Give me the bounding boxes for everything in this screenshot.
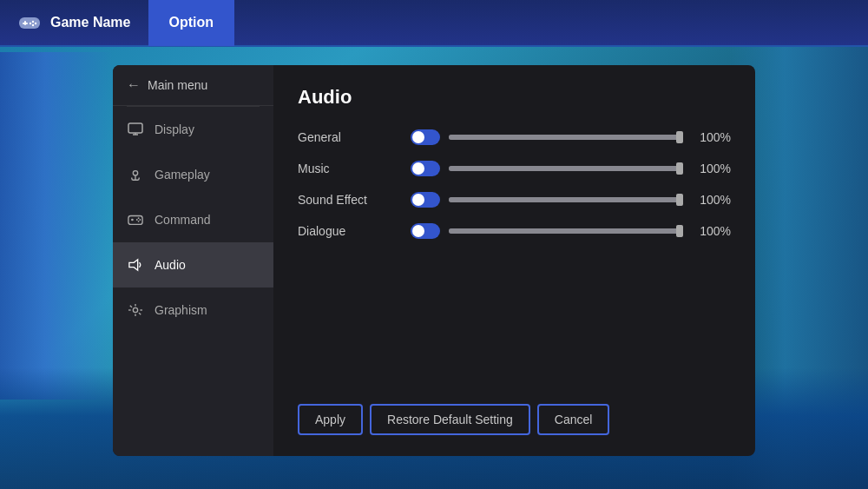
cancel-button[interactable]: Cancel	[537, 404, 610, 435]
sidebar: ← Main menu Display	[113, 65, 273, 456]
toggle-dialogue[interactable]	[411, 223, 440, 239]
audio-label: Audio	[155, 258, 186, 272]
svg-point-4	[35, 23, 36, 24]
svg-line-29	[139, 313, 141, 314]
bg-left-decoration	[0, 52, 113, 400]
slider-container-dialogue: 100%	[411, 223, 731, 239]
svg-rect-2	[23, 23, 28, 24]
slider-track-dialogue[interactable]	[449, 228, 683, 234]
slider-container-general: 100%	[411, 129, 731, 145]
slider-thumb-sound-effect	[676, 194, 683, 206]
slider-container-music: 100%	[411, 161, 731, 176]
sidebar-item-command[interactable]: Command	[113, 197, 273, 242]
toggle-knob-general	[412, 131, 424, 143]
game-name-section: Game Name	[0, 14, 148, 31]
back-button[interactable]: ← Main menu	[113, 65, 273, 106]
sidebar-item-display[interactable]: Display	[113, 107, 273, 152]
svg-point-19	[138, 221, 140, 222]
main-content: Audio General 100% Music	[273, 65, 755, 456]
graphism-icon	[127, 301, 144, 319]
svg-point-5	[32, 24, 34, 26]
button-row: Apply Restore Default Setting Cancel	[298, 393, 731, 435]
slider-thumb-dialogue	[676, 225, 683, 237]
audio-label-dialogue: Dialogue	[298, 224, 411, 238]
slider-fill-general	[449, 135, 683, 140]
slider-value-music: 100%	[692, 162, 731, 175]
slider-container-sound-effect: 100%	[411, 192, 731, 208]
audio-icon	[127, 256, 144, 274]
apply-button[interactable]: Apply	[298, 404, 363, 435]
toggle-knob-sound-effect	[412, 194, 424, 206]
settings-modal: ← Main menu Display	[113, 65, 755, 456]
audio-row-dialogue: Dialogue 100%	[298, 223, 731, 239]
option-label: Option	[169, 15, 214, 30]
display-label: Display	[155, 122, 194, 136]
slider-thumb-general	[676, 131, 683, 143]
content-title: Audio	[298, 86, 731, 109]
topbar: Game Name Option	[0, 0, 868, 47]
graphism-label: Graphism	[155, 303, 207, 317]
slider-fill-dialogue	[449, 228, 683, 234]
svg-point-20	[136, 219, 138, 221]
toggle-sound-effect[interactable]	[411, 192, 440, 208]
gameplay-icon	[127, 166, 144, 183]
audio-label-music: Music	[298, 162, 411, 175]
svg-point-18	[140, 219, 141, 221]
svg-line-13	[132, 178, 133, 181]
audio-row-general: General 100%	[298, 129, 731, 145]
audio-label-sound-effect: Sound Effect	[298, 193, 411, 207]
slider-thumb-music	[676, 162, 683, 175]
svg-point-6	[30, 23, 31, 24]
slider-value-dialogue: 100%	[692, 224, 731, 238]
slider-value-general: 100%	[692, 130, 731, 144]
toggle-knob-music	[412, 162, 424, 175]
slider-track-sound-effect[interactable]	[449, 197, 683, 202]
sidebar-item-audio[interactable]: Audio	[113, 242, 273, 287]
sidebar-item-gameplay[interactable]: Gameplay	[113, 152, 273, 197]
gameplay-label: Gameplay	[155, 168, 210, 182]
svg-marker-21	[129, 260, 138, 270]
option-tab[interactable]: Option	[148, 0, 235, 46]
svg-point-10	[133, 171, 137, 175]
spacer	[298, 254, 731, 393]
svg-line-28	[130, 306, 132, 307]
command-icon	[127, 211, 144, 228]
game-name-label: Game Name	[50, 15, 131, 30]
sidebar-item-graphism[interactable]: Graphism	[113, 287, 273, 333]
toggle-knob-dialogue	[412, 225, 424, 237]
svg-point-3	[32, 21, 34, 23]
slider-value-sound-effect: 100%	[692, 193, 731, 207]
slider-track-general[interactable]	[449, 135, 683, 140]
slider-fill-sound-effect	[449, 197, 683, 202]
svg-point-16	[131, 219, 134, 221]
back-label: Main menu	[148, 78, 207, 92]
toggle-music[interactable]	[411, 161, 440, 176]
audio-row-music: Music 100%	[298, 161, 731, 176]
toggle-general[interactable]	[411, 129, 440, 145]
audio-row-sound-effect: Sound Effect 100%	[298, 192, 731, 208]
svg-line-14	[139, 178, 140, 181]
display-icon	[127, 121, 144, 138]
slider-track-music[interactable]	[449, 166, 683, 171]
back-arrow-icon: ←	[127, 77, 141, 93]
audio-label-general: General	[298, 130, 411, 144]
svg-point-23	[133, 307, 137, 312]
command-label: Command	[155, 213, 211, 227]
svg-point-17	[138, 217, 140, 219]
restore-button[interactable]: Restore Default Setting	[370, 404, 530, 435]
gamepad-icon	[17, 14, 42, 31]
svg-rect-7	[128, 123, 142, 133]
slider-fill-music	[449, 166, 683, 171]
